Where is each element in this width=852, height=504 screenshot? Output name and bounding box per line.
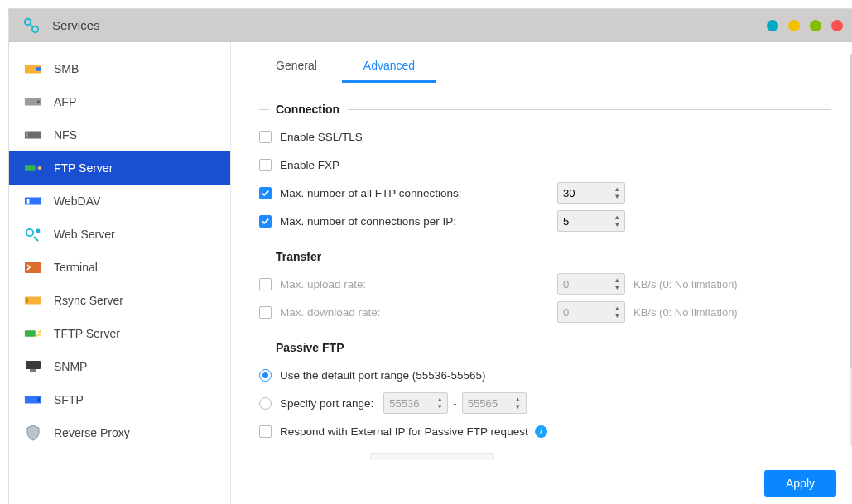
svg-point-12 <box>36 229 41 233</box>
title-bar: Services <box>9 9 852 42</box>
window-title: Services <box>52 18 100 32</box>
label-max-ftp-connections: Max. number of all FTP connections: <box>280 187 462 199</box>
spinner-max-conn-per-ip[interactable]: ▴▾ <box>557 210 625 232</box>
input-max-conn-per-ip[interactable] <box>558 211 609 231</box>
spinner-arrows-icon[interactable]: ▴▾ <box>609 183 624 203</box>
info-icon[interactable]: i <box>535 425 547 438</box>
tftp-icon <box>24 326 42 341</box>
spinner-arrows-icon: ▴▾ <box>609 302 624 322</box>
sftp-icon <box>24 392 42 407</box>
checkbox-max-conn-per-ip[interactable] <box>259 215 272 228</box>
radio-specify-port-range[interactable] <box>259 397 272 410</box>
label-enable-ssl: Enable SSL/TLS <box>280 131 363 143</box>
drive-gray-icon <box>24 94 42 109</box>
section-title: Transfer <box>276 250 321 263</box>
sidebar-item-sftp[interactable]: SFTP <box>9 383 230 416</box>
input-max-ftp-connections[interactable] <box>558 183 609 203</box>
svg-rect-13 <box>25 262 41 273</box>
label-max-conn-per-ip: Max. number of connections per IP: <box>280 215 456 228</box>
sidebar-item-ftp-server[interactable]: FTP Server <box>9 151 230 185</box>
window-dot-cyan[interactable] <box>767 20 778 31</box>
section-passive-ftp: Passive FTP Use the default port range (… <box>259 341 831 460</box>
sidebar-item-label: TFTP Server <box>54 327 120 340</box>
sidebar-item-label: SNMP <box>54 360 87 373</box>
main-panel: General Advanced Connection <box>231 42 852 504</box>
checkbox-enable-fxp[interactable] <box>259 159 272 171</box>
sidebar-item-label: SFTP <box>54 393 84 406</box>
row-respond-external-ip: Respond with External IP for Passive FTP… <box>259 417 831 445</box>
sidebar-item-label: NFS <box>54 128 77 142</box>
sidebar-item-terminal[interactable]: Terminal <box>9 251 230 284</box>
label-specify-port-range: Specify port range: <box>280 397 373 410</box>
sidebar-item-tftp-server[interactable]: TFTP Server <box>9 317 230 350</box>
port-range-separator: - <box>453 397 457 410</box>
web-server-icon <box>24 227 42 242</box>
window-dots <box>767 20 843 31</box>
window-dot-green[interactable] <box>810 20 821 31</box>
svg-rect-20 <box>38 397 40 402</box>
row-max-upload: Max. upload rate: ▴▾ KB/s (0: No limitat… <box>259 270 831 298</box>
section-header-transfer: Transfer <box>259 250 831 263</box>
section-transfer: Transfer Max. upload rate: <box>259 250 831 326</box>
label-external-ip: External IP: <box>279 458 370 461</box>
spinner-max-ftp-connections[interactable]: ▴▾ <box>557 182 625 204</box>
svg-point-0 <box>25 18 31 24</box>
checkbox-max-ftp-connections[interactable] <box>259 187 272 199</box>
tab-advanced[interactable]: Advanced <box>342 54 436 83</box>
svg-rect-10 <box>27 199 30 204</box>
services-app-icon <box>21 15 42 36</box>
svg-rect-18 <box>30 369 36 372</box>
svg-rect-16 <box>25 330 36 336</box>
spinner-arrows-icon: ▴▾ <box>609 274 624 294</box>
checkbox-max-download[interactable] <box>259 306 272 319</box>
svg-rect-8 <box>25 165 36 170</box>
svg-rect-7 <box>26 132 28 137</box>
unit-max-upload: KB/s (0: No limitation) <box>633 278 738 290</box>
tabs: General Advanced <box>231 42 852 83</box>
section-header-passive: Passive FTP <box>259 341 831 354</box>
radio-default-port-range[interactable] <box>259 369 272 382</box>
shield-icon <box>24 425 42 440</box>
row-external-ip: External IP: <box>259 450 831 460</box>
input-external-ip <box>370 453 494 460</box>
section-title: Passive FTP <box>276 341 344 354</box>
svg-rect-15 <box>26 298 28 303</box>
svg-rect-3 <box>36 67 41 71</box>
folder-share-icon <box>24 61 42 76</box>
svg-point-11 <box>26 229 33 236</box>
body: SMB AFP NFS <box>9 42 852 504</box>
label-default-port-range: Use the default port range (55536-55565) <box>280 369 485 382</box>
window-dot-yellow[interactable] <box>788 20 800 31</box>
checkbox-max-upload[interactable] <box>259 278 272 290</box>
spinner-port-to: ▴▾ <box>462 392 527 414</box>
svg-point-5 <box>37 101 40 103</box>
sidebar-item-label: Reverse Proxy <box>54 426 130 439</box>
spinner-arrows-icon[interactable]: ▴▾ <box>609 211 624 231</box>
checkbox-respond-external-ip[interactable] <box>259 425 272 438</box>
sidebar-item-nfs[interactable]: NFS <box>9 118 230 151</box>
tab-general[interactable]: General <box>254 54 339 83</box>
settings-form: Connection Enable SSL/TLS <box>231 83 852 460</box>
sidebar-item-snmp[interactable]: SNMP <box>9 350 230 383</box>
sidebar-item-smb[interactable]: SMB <box>9 52 230 85</box>
sidebar: SMB AFP NFS <box>9 42 231 504</box>
window-dot-red[interactable] <box>831 20 843 31</box>
sidebar-item-label: AFP <box>54 95 76 108</box>
sidebar-item-label: Web Server <box>54 228 115 241</box>
sidebar-item-label: SMB <box>54 62 79 75</box>
webdav-icon <box>24 194 42 209</box>
sidebar-item-webdav[interactable]: WebDAV <box>9 185 230 218</box>
sidebar-item-web-server[interactable]: Web Server <box>9 218 230 251</box>
checkbox-enable-ssl[interactable] <box>259 131 272 143</box>
section-connection: Connection Enable SSL/TLS <box>259 103 831 235</box>
sidebar-item-reverse-proxy[interactable]: Reverse Proxy <box>9 416 230 449</box>
sidebar-item-rsync-server[interactable]: Rsync Server <box>9 284 230 317</box>
sidebar-item-label: Terminal <box>54 261 98 274</box>
unit-max-download: KB/s (0: No limitation) <box>633 306 738 319</box>
apply-button[interactable]: Apply <box>764 470 836 497</box>
row-use-default-port: Use the default port range (55536-55565) <box>259 361 831 389</box>
sidebar-item-afp[interactable]: AFP <box>9 85 230 118</box>
app-window: Services SMB <box>8 8 852 504</box>
ftp-server-icon <box>24 161 42 175</box>
spinner-max-upload: ▴▾ <box>557 273 625 295</box>
